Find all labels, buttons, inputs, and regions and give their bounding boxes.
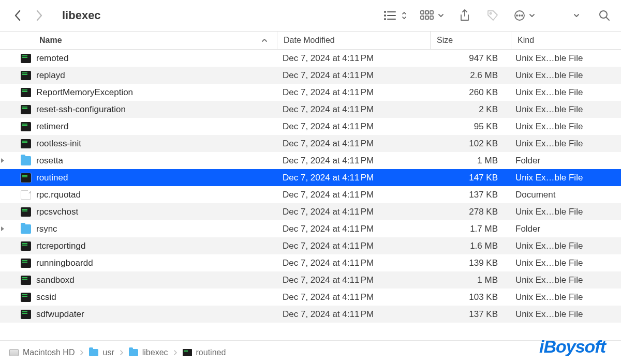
file-row[interactable]: rpc.rquotadDec 7, 2024 at 4:11 PM137 KBD… [0, 186, 621, 203]
cell-date: Dec 7, 2024 at 4:11 PM [276, 104, 429, 115]
svg-point-15 [519, 15, 520, 16]
file-row[interactable]: replaydDec 7, 2024 at 4:11 PM2.6 MBUnix … [0, 67, 621, 84]
file-row[interactable]: scsidDec 7, 2024 at 4:11 PM103 KBUnix Ex… [0, 289, 621, 306]
file-row[interactable]: rpcsvchostDec 7, 2024 at 4:11 PM278 KBUn… [0, 203, 621, 220]
harddrive-icon [9, 349, 19, 356]
cell-name: rpcsvchost [0, 207, 276, 217]
executable-icon [21, 71, 31, 80]
cell-date: Dec 7, 2024 at 4:11 PM [276, 224, 429, 234]
cell-name: routined [0, 173, 276, 183]
search-button[interactable] [597, 8, 612, 23]
file-row[interactable]: retimerdDec 7, 2024 at 4:11 PM95 KBUnix … [0, 118, 621, 135]
folder-icon [129, 349, 138, 356]
file-row[interactable]: sdfwupdaterDec 7, 2024 at 4:11 PM137 KBU… [0, 306, 621, 323]
cell-size: 102 KB [429, 139, 509, 149]
path-segment[interactable]: usr [89, 348, 114, 357]
column-headers: Name Date Modified Size Kind [0, 31, 621, 50]
file-row[interactable]: ReportMemoryExceptionDec 7, 2024 at 4:11… [0, 84, 621, 101]
cell-kind: Unix Ex…ble File [509, 139, 621, 149]
file-name: routined [36, 173, 68, 183]
file-name: scsid [36, 292, 56, 302]
file-row[interactable]: rootless-initDec 7, 2024 at 4:11 PM102 K… [0, 135, 621, 152]
toolbar: libexec [0, 0, 621, 31]
file-row[interactable]: rosettaDec 7, 2024 at 4:11 PM1 MBFolder [0, 152, 621, 169]
forward-button[interactable] [31, 7, 48, 24]
folder-icon [21, 156, 31, 165]
path-bar: Macintosh HDusrlibexecroutined [0, 340, 621, 364]
back-button[interactable] [9, 7, 26, 24]
svg-point-12 [490, 13, 492, 14]
tags-button[interactable] [485, 8, 500, 23]
file-row[interactable]: routinedDec 7, 2024 at 4:11 PM147 KBUnix… [0, 169, 621, 186]
cell-kind: Folder [509, 224, 621, 234]
column-header-date[interactable]: Date Modified [277, 36, 430, 45]
cell-date: Dec 7, 2024 at 4:11 PM [276, 258, 429, 268]
cell-name: rsync [0, 224, 276, 234]
path-separator-icon [80, 350, 84, 356]
path-label: Macintosh HD [23, 348, 75, 357]
group-button[interactable] [420, 10, 444, 21]
file-list: remotedDec 7, 2024 at 4:11 PM947 KBUnix … [0, 50, 621, 323]
window-title: libexec [62, 9, 101, 22]
path-segment[interactable]: libexec [129, 348, 168, 357]
share-button[interactable] [457, 8, 472, 23]
cell-kind: Unix Ex…ble File [509, 70, 621, 81]
file-row[interactable]: rtcreportingdDec 7, 2024 at 4:11 PM1.6 M… [0, 237, 621, 254]
column-header-name[interactable]: Name [0, 36, 277, 45]
svg-rect-6 [421, 11, 424, 14]
cell-date: Dec 7, 2024 at 4:11 PM [276, 241, 429, 251]
cell-kind: Unix Ex…ble File [509, 292, 621, 302]
file-row[interactable]: remotedDec 7, 2024 at 4:11 PM947 KBUnix … [0, 50, 621, 67]
column-header-kind[interactable]: Kind [511, 36, 621, 45]
cell-name: rosetta [0, 156, 276, 166]
file-name: sdfwupdater [36, 309, 84, 320]
cell-name: rpc.rquotad [0, 190, 276, 200]
disclosure-triangle-icon[interactable] [0, 226, 21, 232]
executable-icon [21, 293, 31, 302]
file-row[interactable]: rsyncDec 7, 2024 at 4:11 PM1.7 MBFolder [0, 220, 621, 237]
file-name: rpc.rquotad [36, 190, 81, 200]
view-list-button[interactable] [383, 10, 407, 21]
cell-date: Dec 7, 2024 at 4:11 PM [276, 53, 429, 64]
file-row[interactable]: runningboarddDec 7, 2024 at 4:11 PM139 K… [0, 254, 621, 271]
file-name: rsync [36, 224, 57, 234]
cell-date: Dec 7, 2024 at 4:11 PM [276, 207, 429, 217]
svg-point-16 [522, 15, 523, 16]
cell-kind: Unix Ex…ble File [509, 104, 621, 115]
file-name: remoted [36, 53, 68, 64]
toolbar-right [383, 8, 612, 23]
executable-icon [21, 259, 31, 268]
actions-button[interactable] [513, 9, 535, 22]
cell-kind: Unix Ex…ble File [509, 173, 621, 183]
chevron-down-icon [438, 13, 444, 18]
file-row[interactable]: sandboxdDec 7, 2024 at 4:11 PM1 MBUnix E… [0, 271, 621, 289]
column-header-size[interactable]: Size [431, 36, 511, 45]
cell-size: 137 KB [429, 190, 509, 200]
svg-rect-9 [421, 16, 424, 19]
disclosure-triangle-icon[interactable] [0, 158, 21, 163]
path-label: libexec [142, 348, 168, 357]
sort-indicator-icon [261, 38, 268, 43]
executable-icon [21, 310, 31, 319]
executable-icon [21, 54, 31, 63]
cell-kind: Unix Ex…ble File [509, 258, 621, 268]
cell-name: ReportMemoryException [0, 87, 276, 98]
cell-date: Dec 7, 2024 at 4:11 PM [276, 292, 429, 302]
cell-kind: Unix Ex…ble File [509, 87, 621, 98]
cell-kind: Unix Ex…ble File [509, 309, 621, 320]
file-name: rosetta [36, 156, 63, 166]
folder-icon [21, 224, 31, 234]
cell-size: 2.6 MB [429, 70, 509, 81]
cell-name: runningboardd [0, 258, 276, 268]
cell-name: scsid [0, 292, 276, 302]
chevron-down-icon [529, 13, 535, 18]
path-segment[interactable]: Macintosh HD [9, 348, 75, 357]
svg-point-17 [600, 11, 607, 18]
file-name: ReportMemoryException [36, 87, 133, 98]
file-row[interactable]: reset-ssh-configurationDec 7, 2024 at 4:… [0, 101, 621, 118]
path-segment[interactable]: routined [183, 348, 226, 357]
cell-size: 1 MB [429, 275, 509, 285]
svg-point-2 [385, 15, 386, 16]
overflow-button[interactable] [569, 8, 584, 23]
svg-line-18 [607, 18, 609, 20]
